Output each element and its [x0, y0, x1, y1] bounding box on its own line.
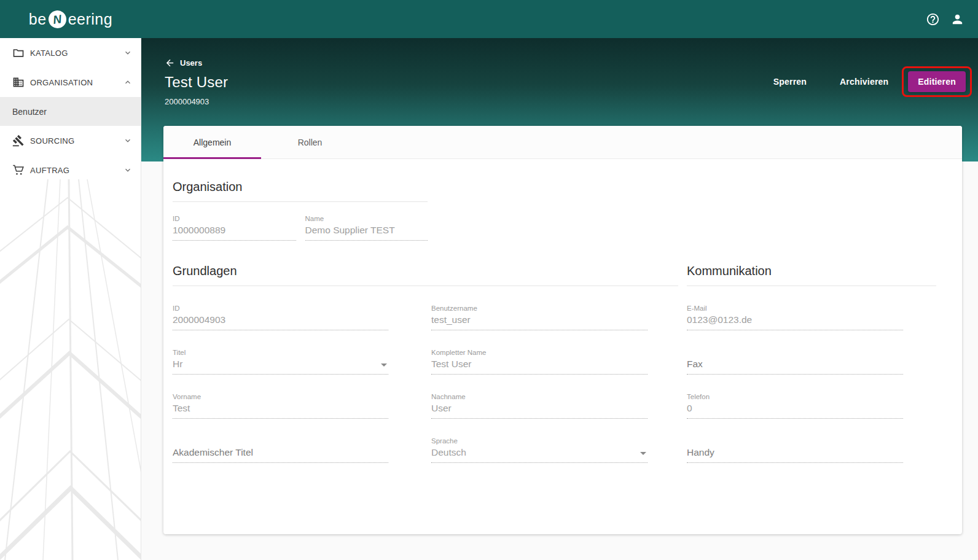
archivieren-button[interactable]: Archivieren	[829, 72, 899, 91]
sidebar-item-label: SOURCING	[30, 136, 74, 146]
field-label: Nachname	[431, 392, 647, 401]
folder-icon	[12, 47, 25, 59]
tab-rollen[interactable]: Rollen	[261, 126, 359, 158]
sidebar-item-sourcing[interactable]: SOURCING	[0, 126, 141, 155]
section-organisation: Organisation ID 1000000889 Name Demo Sup…	[173, 179, 428, 241]
field-placeholder: Handy	[687, 446, 903, 463]
field-value: 1000000889	[173, 224, 296, 241]
field-value: 2000004903	[173, 314, 388, 330]
field-label: Sprache	[431, 437, 647, 445]
back-arrow-icon	[165, 58, 175, 68]
sidebar-item-label: ORGANISATION	[30, 78, 93, 87]
field-value: Deutsch	[431, 446, 647, 463]
appbar-actions	[926, 12, 978, 26]
page-title: Test User	[165, 74, 228, 91]
editieren-button[interactable]: Editieren	[908, 71, 966, 92]
sidebar: KATALOG ORGANISATION Benutzer SOURCING	[0, 38, 141, 560]
sidebar-item-label: AUFTRAG	[30, 166, 69, 175]
field-value: Test	[173, 402, 388, 419]
detail-card: Allgemein Rollen Organisation ID 1000000…	[163, 126, 962, 534]
fax-field[interactable]: Fax	[687, 358, 903, 375]
back-link[interactable]: Users	[165, 58, 228, 68]
logo-n-icon: N	[47, 9, 68, 29]
field-label: Benutzername	[431, 304, 647, 313]
chevron-down-icon	[123, 166, 132, 174]
chevron-down-icon	[123, 49, 132, 57]
field-value: User	[431, 402, 647, 419]
form-content: Organisation ID 1000000889 Name Demo Sup…	[163, 159, 962, 463]
telefon-field: Telefon 0	[687, 392, 903, 419]
titel-select[interactable]: Titel Hr	[173, 348, 388, 375]
help-icon[interactable]	[926, 12, 940, 26]
field-value: test_user	[431, 314, 647, 330]
chevron-down-icon	[123, 136, 132, 145]
org-id-field: ID 1000000889	[173, 214, 296, 241]
sidebar-item-organisation[interactable]: ORGANISATION	[0, 68, 141, 97]
logo-text-post: eering	[68, 10, 113, 28]
organisation-icon	[12, 76, 25, 88]
cart-icon	[12, 164, 25, 176]
field-placeholder: Fax	[687, 358, 903, 375]
field-placeholder: Akademischer Titel	[173, 446, 388, 463]
field-label: Vorname	[173, 392, 388, 401]
field-value: 0	[687, 402, 903, 419]
sidebar-nav: KATALOG ORGANISATION Benutzer SOURCING	[0, 38, 141, 185]
sidebar-item-label: KATALOG	[30, 49, 68, 58]
chevron-up-icon	[123, 78, 132, 87]
field-label: Name	[305, 214, 428, 223]
section-title: Organisation	[173, 179, 428, 194]
tab-bar: Allgemein Rollen	[163, 126, 962, 159]
field-label: ID	[173, 214, 296, 223]
vorname-field: Vorname Test	[173, 392, 388, 419]
section-grundlagen: Grundlagen ID 2000004903 Benutzername te…	[173, 263, 678, 463]
app-bar: beNeering	[0, 0, 978, 38]
org-name-field: Name Demo Supplier TEST	[305, 214, 428, 241]
field-label: Kompletter Name	[431, 348, 647, 357]
field-value: Demo Supplier TEST	[305, 224, 428, 241]
gavel-icon	[12, 134, 25, 147]
dropdown-arrow-icon	[640, 452, 646, 455]
field-label: ID	[173, 304, 388, 313]
sperren-button[interactable]: Sperren	[762, 72, 818, 91]
email-field: E-Mail 0123@0123.de	[687, 304, 903, 330]
section-title: Kommunikation	[687, 263, 936, 278]
sidebar-item-katalog[interactable]: KATALOG	[0, 38, 141, 68]
field-label: E-Mail	[687, 304, 903, 313]
tab-allgemein[interactable]: Allgemein	[163, 126, 261, 158]
header-actions: Sperren Archivieren Editieren	[762, 66, 972, 97]
annotation-highlight-box: Editieren	[902, 66, 972, 97]
back-link-label: Users	[180, 58, 202, 68]
id-field: ID 2000004903	[173, 304, 388, 330]
sidebar-item-auftrag[interactable]: AUFTRAG	[0, 155, 141, 185]
nachname-field: Nachname User	[431, 392, 647, 419]
sidebar-item-benutzer[interactable]: Benutzer	[0, 97, 141, 126]
account-icon[interactable]	[950, 12, 964, 26]
building-watermark-image	[0, 179, 141, 560]
benutzername-field: Benutzername test_user	[431, 304, 647, 330]
field-value: Hr	[173, 358, 388, 375]
section-kommunikation: Kommunikation E-Mail 0123@0123.de Fax Te…	[687, 263, 936, 463]
field-value: 0123@0123.de	[687, 314, 903, 330]
sidebar-subitem-label: Benutzer	[12, 107, 47, 117]
page-header-text: Users Test User 2000004903	[165, 58, 228, 106]
field-label: Titel	[173, 348, 388, 357]
field-label: Telefon	[687, 392, 903, 401]
dropdown-arrow-icon	[381, 364, 387, 367]
handy-field[interactable]: Handy	[687, 446, 903, 463]
logo-text-pre: be	[29, 10, 47, 28]
kompletter-name-field: Kompletter Name Test User	[431, 348, 647, 375]
section-title: Grundlagen	[173, 263, 678, 278]
sprache-select[interactable]: Sprache Deutsch	[431, 437, 647, 463]
akademischer-titel-field[interactable]: Akademischer Titel	[173, 446, 388, 463]
page-subtitle: 2000004903	[165, 97, 228, 106]
field-value: Test User	[431, 358, 647, 375]
beneering-logo: beNeering	[0, 10, 141, 28]
